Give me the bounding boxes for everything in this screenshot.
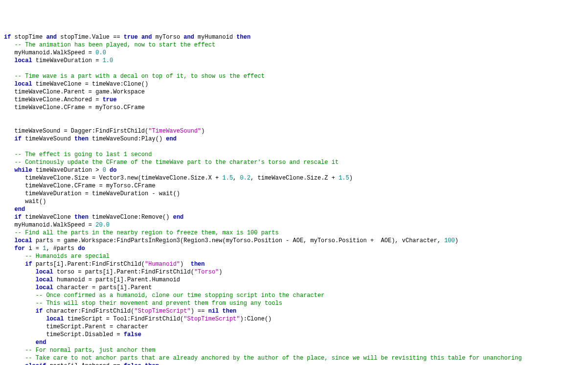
code-line[interactable]: -- This will stop their movement and pre… <box>4 299 584 307</box>
code-line[interactable] <box>4 143 584 151</box>
code-line[interactable]: -- Continously update the CFrame of the … <box>4 159 584 166</box>
token-pl: ) <box>455 237 458 244</box>
token-com: -- Continously update the CFrame of the … <box>15 159 339 166</box>
token-com: -- Find all the parts in the nearby regi… <box>15 229 279 236</box>
token-com: -- Humanoids are special <box>25 253 110 260</box>
token-pl <box>4 261 25 268</box>
code-line[interactable]: if stopTime and stopTime.Value == true a… <box>4 33 584 41</box>
token-pl <box>4 339 36 346</box>
token-pl <box>4 253 25 260</box>
code-line[interactable]: if character:FindFirstChild("StopTimeScr… <box>4 307 584 315</box>
token-kw: end <box>173 214 184 221</box>
code-line[interactable]: timeScript.Disabled = false <box>4 331 584 339</box>
token-pl <box>4 73 15 80</box>
code-line[interactable] <box>4 119 584 127</box>
code-line[interactable]: local timeScript = Tool:FindFirstChild("… <box>4 315 584 323</box>
token-pl: timeWaveDuration > <box>32 167 103 174</box>
code-line[interactable]: wait() <box>4 198 584 205</box>
token-kw: false <box>124 363 141 365</box>
token-pl: ) <box>201 128 204 135</box>
code-block[interactable]: if stopTime and stopTime.Value == true a… <box>4 33 584 365</box>
token-pl: parts = game.Workspace:FindPartsInRegion… <box>32 237 445 244</box>
token-num: 0 <box>103 167 106 174</box>
code-line[interactable]: local timeWaveClone = timeWave:Clone() <box>4 80 584 88</box>
code-line[interactable]: timeWaveClone.Parent = game.Workspace <box>4 88 584 96</box>
token-pl <box>4 347 25 354</box>
code-line[interactable] <box>4 112 584 119</box>
code-line[interactable]: -- For normal parts, just anchor them <box>4 346 584 354</box>
token-kw: and <box>141 34 152 41</box>
token-pl: timeWaveClone:Remove() <box>89 214 173 221</box>
token-pl: timeWaveSound:Play() <box>89 136 166 142</box>
code-line[interactable]: -- The effect is going to last 1 second <box>4 151 584 159</box>
code-line[interactable]: local parts = game.Workspace:FindPartsIn… <box>4 237 584 245</box>
code-line[interactable]: timeWaveSound = Dagger:FindFirstChild("T… <box>4 127 584 135</box>
token-pl <box>4 284 36 291</box>
code-line[interactable]: if parts[i].Parent:FindFirstChild("Human… <box>4 260 584 268</box>
token-com: -- For normal parts, just anchor them <box>25 347 155 354</box>
token-kw: local <box>36 276 53 283</box>
token-pl: , #parts <box>46 245 78 252</box>
token-pl <box>4 136 15 142</box>
token-kw: local <box>36 269 53 275</box>
token-com: -- The effect is going to last 1 second <box>15 151 152 158</box>
code-line[interactable]: local timeWaveDuration = 1.0 <box>4 57 584 65</box>
token-kw: if <box>15 214 22 221</box>
token-pl: timeScript.Parent = character <box>4 323 148 330</box>
token-num: 0.2 <box>240 175 251 182</box>
code-line[interactable]: end <box>4 339 584 346</box>
code-line[interactable]: -- Time wave is a part with a decal on t… <box>4 72 584 80</box>
code-line[interactable]: timeWaveDuration = timeWaveDuration - wa… <box>4 190 584 198</box>
code-line[interactable]: for i = 1, #parts do <box>4 245 584 252</box>
token-kw: local <box>15 237 32 244</box>
token-pl: ):Clone() <box>240 316 272 322</box>
code-line[interactable]: -- Find all the parts in the nearby regi… <box>4 229 584 237</box>
token-kw: nil <box>208 308 219 315</box>
token-pl: character:FindFirstChild( <box>43 308 134 315</box>
token-pl <box>4 143 7 150</box>
code-line[interactable]: local character = parts[i].Parent <box>4 284 584 292</box>
token-kw: then <box>74 214 89 221</box>
code-line[interactable]: local humanoid = parts[i].Parent.Humanoi… <box>4 276 584 284</box>
token-pl: timeWaveClone = timeWave:Clone() <box>32 81 149 88</box>
token-kw: false <box>124 331 141 338</box>
code-line[interactable]: -- Take care to not anchor parts that ar… <box>4 354 584 362</box>
code-line[interactable]: myHumanoid.WalkSpeed = 20.0 <box>4 221 584 229</box>
token-num: 1.0 <box>103 57 113 64</box>
token-com: -- The animation has been played, now to… <box>15 42 215 48</box>
token-pl: timeWaveClone.Parent = game.Workspace <box>4 89 145 95</box>
code-line[interactable]: timeWaveClone.Size = Vector3.new(timeWav… <box>4 174 584 182</box>
code-line[interactable]: timeScript.Parent = character <box>4 323 584 331</box>
token-pl: timeWaveClone.Size = Vector3.new(timeWav… <box>4 175 222 182</box>
token-pl: timeWaveClone.Anchored = <box>4 96 103 103</box>
token-kw: and <box>183 34 194 41</box>
token-kw: then <box>191 261 205 268</box>
code-line[interactable]: timeWaveClone.Anchored = true <box>4 96 584 104</box>
code-line[interactable]: while timeWaveDuration > 0 do <box>4 166 584 174</box>
code-line[interactable]: -- Humanoids are special <box>4 252 584 260</box>
token-kw: end <box>166 136 177 142</box>
token-kw: local <box>15 57 32 64</box>
token-str: "Torso" <box>194 269 219 275</box>
code-line[interactable]: myHumanoid.WalkSpeed = 0.0 <box>4 49 584 57</box>
token-pl <box>138 34 141 41</box>
token-pl <box>106 167 110 174</box>
code-line[interactable]: timeWaveClone.CFrame = myTorso.CFrame <box>4 182 584 190</box>
code-line[interactable]: -- Once confirmed as a humanoid, clone o… <box>4 292 584 299</box>
code-line[interactable]: if timeWaveClone then timeWaveClone:Remo… <box>4 213 584 221</box>
code-line[interactable]: end <box>4 205 584 213</box>
token-num: 1.5 <box>339 175 349 182</box>
code-line[interactable]: local torso = parts[i].Parent:FindFirstC… <box>4 268 584 276</box>
token-pl <box>4 245 15 252</box>
token-kw: then <box>145 363 159 365</box>
code-line[interactable]: elseif parts[i].Anchored == false then <box>4 362 584 365</box>
token-kw: elseif <box>25 363 46 365</box>
code-line[interactable]: if timeWaveSound then timeWaveSound:Play… <box>4 135 584 143</box>
code-line[interactable] <box>4 65 584 72</box>
token-pl: timeWaveDuration = <box>32 57 103 64</box>
token-com: -- Time wave is a part with a decal on t… <box>15 73 265 80</box>
code-line[interactable]: timeWaveClone.CFrame = myTorso.CFrame <box>4 104 584 112</box>
token-str: "Humanoid" <box>145 261 180 268</box>
token-pl <box>4 237 15 244</box>
code-line[interactable]: -- The animation has been played, now to… <box>4 41 584 49</box>
